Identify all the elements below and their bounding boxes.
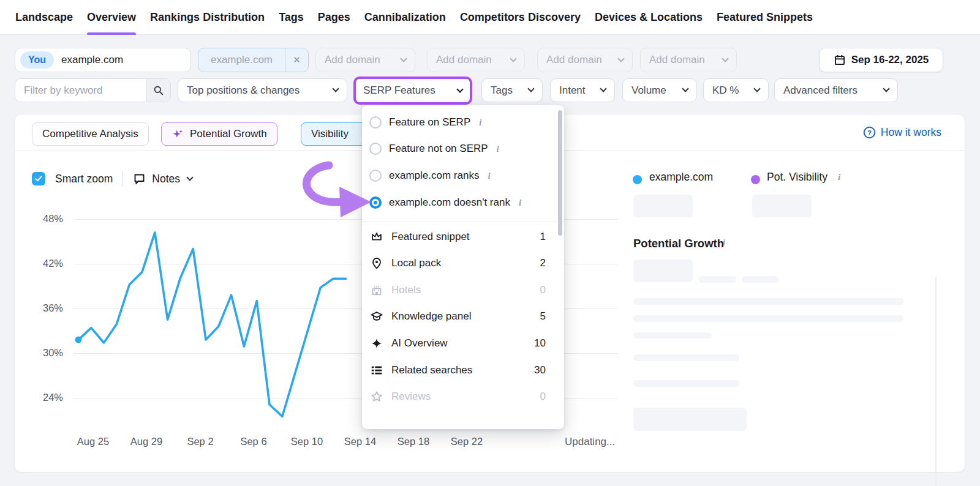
chevron-down-icon	[456, 86, 463, 92]
feature-item-reviews: Reviews 0	[362, 384, 564, 409]
top-positions-label: Top positions & changes	[187, 84, 300, 97]
nav-item-overview[interactable]: Overview	[87, 0, 136, 35]
advanced-filters-dropdown[interactable]: Advanced filters	[774, 78, 898, 102]
keyword-filter-placeholder: Filter by keyword	[15, 84, 146, 97]
how-it-works-link[interactable]: ? How it works	[863, 126, 941, 139]
feature-item-ai-overview[interactable]: AI Overview 10	[362, 331, 564, 356]
volume-dropdown[interactable]: Volume	[622, 78, 697, 102]
search-icon	[153, 84, 164, 96]
feature-label: Reviews	[391, 391, 431, 403]
legend-label-example[interactable]: example.com	[649, 171, 713, 184]
feature-label: Related searches	[391, 364, 472, 376]
add-domain-button-4[interactable]: Add domain	[640, 48, 737, 72]
top-nav: Landscape Overview Rankings Distribution…	[0, 0, 980, 35]
how-it-works-label: How it works	[881, 126, 941, 139]
feature-item-knowledge-panel[interactable]: Knowledge panel 5	[362, 304, 564, 329]
tab-potential-growth[interactable]: Potential Growth	[161, 122, 277, 146]
panel-divider	[935, 277, 937, 486]
info-icon[interactable]: i	[838, 172, 840, 182]
feature-item-featured-snippet[interactable]: Featured snippet 1	[362, 225, 564, 249]
crown-icon	[369, 230, 384, 244]
radio-label: Feature on SERP	[389, 116, 470, 129]
tab-competitive-analysis[interactable]: Competitive Analysis	[32, 122, 149, 146]
feature-count: 2	[540, 257, 546, 269]
radio-label: Feature not on SERP	[389, 143, 488, 155]
feature-label: Knowledge panel	[391, 310, 471, 323]
add-domain-label: Add domain	[325, 54, 380, 66]
add-domain-button-1[interactable]: Add domain	[315, 48, 415, 72]
radio-icon	[369, 143, 382, 155]
skeleton-bar	[633, 332, 712, 338]
feature-label: Hotels	[391, 284, 421, 296]
svg-text:?: ?	[867, 129, 872, 136]
nav-item-featured-snippets[interactable]: Featured Snippets	[717, 0, 813, 35]
kd-dropdown[interactable]: KD %	[703, 78, 769, 102]
radio-feature-on-serp[interactable]: Feature on SERP i	[362, 110, 564, 135]
nav-item-competitors-discovery[interactable]: Competitors Discovery	[460, 0, 581, 35]
smart-zoom-checkbox[interactable]	[32, 172, 45, 185]
feature-count: 0	[540, 284, 546, 296]
nav-item-pages[interactable]: Pages	[318, 0, 350, 35]
nav-item-rankings-distribution[interactable]: Rankings Distribution	[150, 0, 265, 35]
notes-label[interactable]: Notes	[152, 173, 180, 185]
info-icon[interactable]: i	[723, 237, 725, 248]
volume-label: Volume	[631, 84, 666, 97]
chevron-down-icon	[332, 85, 339, 92]
feature-item-related-searches[interactable]: Related searches 30	[362, 358, 564, 383]
tags-label: Tags	[491, 84, 513, 97]
feature-count: 30	[534, 364, 546, 376]
date-range-picker[interactable]: Sep 16-22, 2025	[819, 48, 943, 72]
notes-icon	[133, 173, 146, 185]
ai-overview-icon	[369, 336, 384, 351]
top-positions-dropdown[interactable]: Top positions & changes	[178, 78, 347, 102]
intent-dropdown[interactable]: Intent	[550, 78, 615, 102]
feature-label: Local pack	[391, 257, 441, 269]
add-domain-button-3[interactable]: Add domain	[537, 48, 633, 72]
radio-feature-not-on-serp[interactable]: Feature not on SERP i	[362, 136, 564, 161]
advanced-filters-label: Advanced filters	[783, 84, 858, 97]
competitor-domain-chip[interactable]: example.com ✕	[198, 48, 309, 72]
nav-item-landscape[interactable]: Landscape	[15, 0, 73, 35]
search-button[interactable]	[146, 79, 170, 102]
related-searches-icon	[369, 363, 384, 378]
legend-label-pot-visibility[interactable]: Pot. Visibility	[767, 171, 827, 184]
feature-label: AI Overview	[391, 337, 448, 350]
divider	[123, 171, 123, 187]
tab-label: Competitive Analysis	[42, 128, 138, 140]
you-domain-input[interactable]: You example.com	[15, 48, 191, 72]
add-domain-label: Add domain	[436, 54, 492, 66]
kd-label: KD %	[712, 84, 739, 97]
potential-growth-heading: Potential Growth	[633, 237, 724, 250]
serp-features-label: SERP Features	[363, 84, 435, 97]
add-domain-button-2[interactable]: Add domain	[427, 48, 525, 72]
add-domain-label: Add domain	[649, 54, 705, 66]
skeleton-block	[633, 408, 747, 431]
feature-item-local-pack[interactable]: Local pack 2	[362, 251, 564, 275]
nav-item-cannibalization[interactable]: Cannibalization	[364, 0, 446, 35]
feature-count: 5	[540, 310, 546, 323]
info-icon[interactable]: i	[479, 118, 481, 128]
radio-domain-ranks[interactable]: example.com ranks i	[362, 163, 564, 188]
skeleton-bar	[633, 315, 903, 322]
tags-dropdown[interactable]: Tags	[481, 78, 543, 102]
chevron-down-icon	[400, 55, 407, 62]
nav-item-tags[interactable]: Tags	[279, 0, 304, 35]
serp-features-dropdown[interactable]: SERP Features	[353, 77, 472, 105]
info-icon[interactable]: i	[519, 198, 521, 208]
local-pack-icon	[369, 256, 384, 271]
radio-domain-doesnt-rank[interactable]: example.com doesn't rank i	[362, 190, 564, 215]
sparkles-icon	[172, 128, 184, 141]
chevron-down-icon	[722, 55, 728, 62]
info-icon[interactable]: i	[488, 171, 490, 181]
nav-item-devices-locations[interactable]: Devices & Locations	[595, 0, 703, 35]
you-badge: You	[20, 51, 54, 69]
chevron-down-icon[interactable]	[186, 174, 193, 181]
keyword-filter-input[interactable]: Filter by keyword	[15, 78, 171, 102]
radio-checked-icon	[369, 196, 382, 209]
scrollbar-thumb[interactable]	[558, 110, 562, 236]
chevron-down-icon	[510, 55, 516, 62]
info-icon[interactable]: i	[497, 144, 499, 154]
skeleton-bar	[633, 380, 739, 387]
smart-zoom-label: Smart zoom	[55, 173, 113, 185]
close-icon[interactable]: ✕	[285, 48, 308, 72]
